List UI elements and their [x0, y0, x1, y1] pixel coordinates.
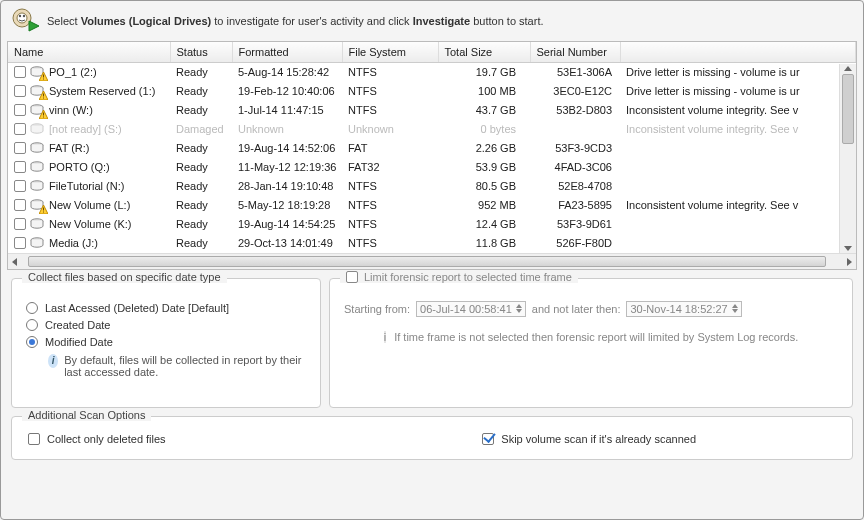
- cell-size: 952 MB: [438, 196, 530, 215]
- svg-marker-4: [29, 21, 39, 31]
- date-type-group: Collect files based on specific date typ…: [11, 278, 321, 408]
- row-checkbox[interactable]: [14, 66, 26, 78]
- vertical-scrollbar[interactable]: [839, 64, 856, 253]
- row-checkbox[interactable]: [14, 237, 26, 249]
- row-checkbox[interactable]: [14, 123, 26, 135]
- row-checkbox[interactable]: [14, 199, 26, 211]
- cell-size: 43.7 GB: [438, 101, 530, 120]
- drive-icon: [30, 142, 45, 154]
- table-row[interactable]: System Reserved (1:)Ready19-Feb-12 10:40…: [8, 82, 856, 101]
- table-row[interactable]: vinn (W:)Ready1-Jul-14 11:47:15NTFS43.7 …: [8, 101, 856, 120]
- col-serial[interactable]: Serial Number: [530, 42, 620, 63]
- row-checkbox[interactable]: [14, 161, 26, 173]
- table-row[interactable]: [not ready] (S:)DamagedUnknownUnknown0 b…: [8, 120, 856, 139]
- cell-size: 0 bytes: [438, 120, 530, 139]
- cell-formatted: 5-May-12 18:19:28: [232, 196, 342, 215]
- cell-serial: 4FAD-3C06: [530, 158, 620, 177]
- table-row[interactable]: PORTO (Q:)Ready11-May-12 12:19:36FAT3253…: [8, 158, 856, 177]
- table-row[interactable]: FAT (R:)Ready19-Aug-14 14:52:06FAT2.26 G…: [8, 139, 856, 158]
- svg-rect-23: [43, 208, 44, 211]
- cell-status: Ready: [170, 158, 232, 177]
- drive-icon: [30, 180, 45, 192]
- cell-note: [620, 234, 856, 253]
- time-frame-legend: Limit forensic report to selected time f…: [340, 271, 578, 283]
- cell-fs: Unknown: [342, 120, 438, 139]
- row-checkbox[interactable]: [14, 180, 26, 192]
- table-row[interactable]: PO_1 (2:)Ready5-Aug-14 15:28:42NTFS19.7 …: [8, 63, 856, 82]
- row-checkbox[interactable]: [14, 218, 26, 230]
- col-name[interactable]: Name: [8, 42, 170, 63]
- cell-status: Ready: [170, 215, 232, 234]
- cell-serial: 52E8-4708: [530, 177, 620, 196]
- drive-icon: [30, 218, 45, 230]
- cell-formatted: 19-Feb-12 10:40:06: [232, 82, 342, 101]
- volumes-table-container: Name Status Formatted File System Total …: [7, 41, 857, 270]
- table-row[interactable]: New Volume (L:)Ready5-May-12 18:19:28NTF…: [8, 196, 856, 215]
- radio-modified[interactable]: Modified Date: [26, 336, 306, 348]
- volume-name: FileTutorial (N:): [49, 180, 124, 192]
- svg-point-3: [23, 15, 25, 17]
- cell-fs: NTFS: [342, 215, 438, 234]
- drive-icon: [30, 85, 45, 97]
- cell-status: Damaged: [170, 120, 232, 139]
- date-type-legend: Collect files based on specific date typ…: [22, 271, 227, 283]
- volume-name: New Volume (K:): [49, 218, 132, 230]
- col-status[interactable]: Status: [170, 42, 232, 63]
- cell-serial: 3EC0-E12C: [530, 82, 620, 101]
- svg-rect-11: [43, 94, 44, 97]
- row-checkbox[interactable]: [14, 85, 26, 97]
- cell-status: Ready: [170, 63, 232, 82]
- radio-created[interactable]: Created Date: [26, 319, 306, 331]
- cell-note: Inconsistent volume integrity. See v: [620, 196, 856, 215]
- cell-formatted: Unknown: [232, 120, 342, 139]
- cell-note: Inconsistent volume integrity. See v: [620, 120, 856, 139]
- col-filesystem[interactable]: File System: [342, 42, 438, 63]
- info-icon: i: [384, 331, 386, 343]
- cell-fs: FAT: [342, 139, 438, 158]
- cell-status: Ready: [170, 101, 232, 120]
- svg-rect-24: [43, 212, 44, 213]
- volume-name: PORTO (Q:): [49, 161, 110, 173]
- table-row[interactable]: New Volume (K:)Ready19-Aug-14 14:54:25NT…: [8, 215, 856, 234]
- row-checkbox[interactable]: [14, 104, 26, 116]
- checkbox-skip-scanned[interactable]: Skip volume scan if it's already scanned: [482, 433, 696, 445]
- cell-note: Drive letter is missing - volume is ur: [620, 63, 856, 82]
- cell-formatted: 11-May-12 12:19:36: [232, 158, 342, 177]
- instruction-bar: Select Volumes (Logical Drives) to inves…: [1, 1, 863, 41]
- time-frame-checkbox[interactable]: [346, 271, 358, 283]
- end-label: and not later then:: [532, 303, 621, 315]
- col-formatted[interactable]: Formatted: [232, 42, 342, 63]
- svg-rect-12: [43, 98, 44, 99]
- cell-formatted: 5-Aug-14 15:28:42: [232, 63, 342, 82]
- volume-name: PO_1 (2:): [49, 66, 97, 78]
- cell-serial: 526F-F80D: [530, 234, 620, 253]
- row-checkbox[interactable]: [14, 142, 26, 154]
- cell-note: [620, 158, 856, 177]
- svg-rect-15: [43, 113, 44, 116]
- table-row[interactable]: FileTutorial (N:)Ready28-Jan-14 19:10:48…: [8, 177, 856, 196]
- radio-last-accessed[interactable]: Last Acessed (Deleted) Date [Default]: [26, 302, 306, 314]
- time-frame-group: Limit forensic report to selected time f…: [329, 278, 853, 408]
- svg-rect-7: [43, 75, 44, 78]
- table-row[interactable]: Media (J:)Ready29-Oct-13 14:01:49NTFS11.…: [8, 234, 856, 253]
- cell-note: Drive letter is missing - volume is ur: [620, 82, 856, 101]
- col-note[interactable]: [620, 42, 856, 63]
- cell-serial: 53F3-9CD3: [530, 139, 620, 158]
- cell-serial: 53E1-306A: [530, 63, 620, 82]
- col-totalsize[interactable]: Total Size: [438, 42, 530, 63]
- volume-name: Media (J:): [49, 237, 98, 249]
- cell-status: Ready: [170, 177, 232, 196]
- cell-size: 11.8 GB: [438, 234, 530, 253]
- checkbox-deleted-only[interactable]: Collect only deleted files: [28, 433, 166, 445]
- cell-note: Inconsistent volume integrity. See v: [620, 101, 856, 120]
- volume-name: System Reserved (1:): [49, 85, 155, 97]
- time-frame-hint: iIf time frame is not selected then fore…: [344, 331, 838, 343]
- start-datetime[interactable]: 06-Jul-14 00:58:41: [416, 301, 526, 317]
- instruction-text: Select Volumes (Logical Drives) to inves…: [47, 15, 544, 27]
- volume-name: FAT (R:): [49, 142, 90, 154]
- end-datetime[interactable]: 30-Nov-14 18:52:27: [626, 301, 741, 317]
- cell-status: Ready: [170, 82, 232, 101]
- cell-note: [620, 139, 856, 158]
- horizontal-scrollbar[interactable]: [8, 253, 856, 269]
- start-label: Starting from:: [344, 303, 410, 315]
